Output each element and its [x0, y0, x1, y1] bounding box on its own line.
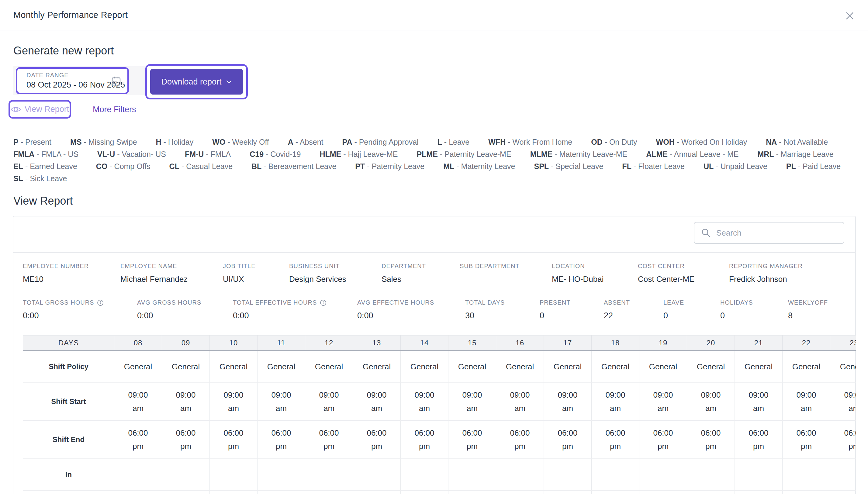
day-column-header: 20: [687, 336, 735, 351]
legend-item: L - Leave: [437, 138, 470, 147]
legend-item: FM-U - FMLA: [185, 150, 231, 159]
table-cell: 09:00 am: [830, 383, 856, 420]
field-label: AVG GROSS HOURS: [137, 299, 233, 306]
table-cell: 06:00 pm: [114, 420, 162, 459]
legend-item: FMLA - FMLA - US: [13, 150, 78, 159]
field-value: 8: [788, 311, 856, 320]
table-cell: [496, 459, 544, 490]
field-value: 0: [663, 311, 720, 320]
attendance-table-viewport: DAYS08091011121314151617181920212223 Shi…: [23, 335, 856, 494]
table-cell: [162, 490, 210, 494]
field: AVG GROSS HOURS0:00: [137, 299, 233, 320]
table-cell: 06:00 pm: [735, 420, 782, 459]
row-label: Shift Start: [23, 383, 114, 420]
day-column-header: 22: [782, 336, 830, 351]
table-cell: 06:00 pm: [449, 420, 496, 459]
field-value: Cost Center-ME: [638, 274, 729, 284]
field-value: ME10: [23, 274, 120, 284]
table-cell: [210, 459, 258, 490]
day-column-header: 12: [305, 336, 353, 351]
table-cell: [782, 490, 830, 494]
day-column-header: 16: [496, 336, 544, 351]
table-cell: General: [639, 351, 687, 383]
day-column-header: 17: [544, 336, 592, 351]
field-label: WEEKLYOFF: [788, 299, 856, 306]
table-cell: 09:00 am: [353, 383, 401, 420]
table-cell: General: [592, 351, 639, 383]
field: EMPLOYEE NUMBERME10: [23, 263, 120, 284]
table-cell: General: [735, 351, 782, 383]
table-cell: [782, 459, 830, 490]
table-header-row: DAYS08091011121314151617181920212223: [23, 336, 856, 351]
table-cell: General: [210, 351, 258, 383]
download-report-button[interactable]: Download report: [150, 69, 243, 95]
date-range-field[interactable]: DATE RANGE 08 Oct 2025 - 06 Nov 2025: [16, 67, 129, 94]
legend-item: A - Absent: [288, 138, 323, 147]
field-value: 0:00: [137, 311, 233, 320]
legend-item: MRL - Marriage Leave: [757, 150, 833, 159]
day-column-header: 08: [114, 336, 162, 351]
modal-header: Monthly Performance Report: [0, 0, 868, 31]
table-cell: [114, 459, 162, 490]
field: BUSINESS UNITDesign Services: [289, 263, 381, 284]
field: PRESENT0: [540, 299, 604, 320]
table-cell: 09:00 am: [401, 383, 449, 420]
table-cell: [449, 459, 496, 490]
day-column-header: 13: [353, 336, 401, 351]
table-cell: 09:00 am: [162, 383, 210, 420]
table-cell: 06:00 pm: [353, 420, 401, 459]
legend-item: WO - Weekly Off: [212, 138, 269, 147]
legend-row: SL - Sick Leave: [13, 172, 855, 185]
field: TOTAL GROSS HOURS0:00: [23, 299, 137, 320]
table-row: [23, 490, 856, 494]
table-cell: [353, 459, 401, 490]
download-report-label: Download report: [161, 77, 221, 87]
legend-item: SPL - Special Leave: [534, 162, 603, 171]
table-row: Shift PolicyGeneralGeneralGeneralGeneral…: [23, 351, 856, 383]
legend-item: UL - Unpaid Leave: [703, 162, 767, 171]
legend-item: PA - Pending Approval: [342, 138, 419, 147]
table-cell: 06:00 pm: [687, 420, 735, 459]
day-column-header: 09: [162, 336, 210, 351]
table-cell: 06:00 pm: [639, 420, 687, 459]
row-label: Shift End: [23, 420, 114, 459]
field-label: AVG EFFECTIVE HOURS: [357, 299, 465, 306]
search-box[interactable]: [694, 222, 844, 244]
field-value: Design Services: [289, 274, 381, 284]
table-cell: General: [353, 351, 401, 383]
table-cell: General: [114, 351, 162, 383]
table-cell: 06:00 pm: [496, 420, 544, 459]
view-report-section-heading: View Report: [13, 194, 73, 207]
search-input[interactable]: [716, 228, 844, 238]
download-report-annotation: Download report: [145, 64, 248, 99]
field-value: 0:00: [23, 311, 137, 320]
view-report-link[interactable]: View Report: [8, 100, 71, 118]
legend-item: C19 - Covid-19: [250, 150, 301, 159]
table-cell: 09:00 am: [258, 383, 305, 420]
table-cell: [258, 490, 305, 494]
field-value: 0:00: [357, 311, 465, 320]
table-row: Shift End06:00 pm06:00 pm06:00 pm06:00 p…: [23, 420, 856, 459]
day-column-header: 19: [639, 336, 687, 351]
table-cell: [639, 459, 687, 490]
field: AVG EFFECTIVE HOURS0:00: [357, 299, 465, 320]
more-filters-link[interactable]: More Filters: [93, 105, 136, 114]
table-cell: General: [782, 351, 830, 383]
field-label: DEPARTMENT: [381, 263, 460, 270]
legend-item: ML - Maternity Leave: [443, 162, 515, 171]
table-cell: General: [496, 351, 544, 383]
panel-divider: [13, 252, 855, 253]
row-label: In: [23, 459, 114, 490]
field-value: 22: [604, 311, 663, 320]
field: TOTAL EFFECTIVE HOURS0:00: [233, 299, 357, 320]
field-label: ABSENT: [604, 299, 663, 306]
field-value: 30: [465, 311, 540, 320]
field: TOTAL DAYS30: [465, 299, 540, 320]
field: JOB TITLEUI/UX: [223, 263, 289, 284]
close-button[interactable]: [843, 9, 856, 22]
field: HOLIDAYS0: [720, 299, 788, 320]
legend-item: EL - Earned Leave: [13, 162, 77, 171]
legend-item: PL - Paid Leave: [786, 162, 841, 171]
table-cell: 06:00 pm: [782, 420, 830, 459]
day-column-header: 14: [401, 336, 449, 351]
